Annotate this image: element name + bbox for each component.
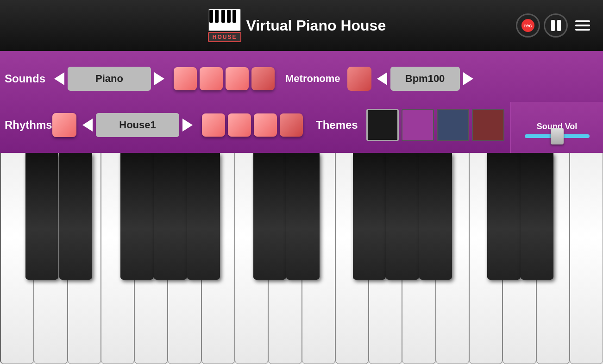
header-controls: rec bbox=[516, 13, 594, 38]
metronome-pad[interactable] bbox=[347, 67, 371, 91]
themes-label: Themes bbox=[316, 119, 358, 132]
sounds-row: Sounds Piano Metronome Bpm100 bbox=[0, 56, 603, 102]
metronome-label: Metronome bbox=[285, 73, 340, 85]
theme-swatch-purple[interactable] bbox=[402, 109, 434, 141]
rhythm-pad-2[interactable] bbox=[228, 113, 251, 137]
bpm-prev-button[interactable] bbox=[374, 70, 390, 87]
black-key-3[interactable] bbox=[120, 153, 154, 280]
svg-rect-4 bbox=[227, 10, 231, 23]
app-logo: HOUSE bbox=[208, 9, 242, 42]
sounds-prev-button[interactable] bbox=[51, 70, 68, 87]
left-arrow-icon bbox=[54, 72, 64, 85]
rhythms-right-arrow-icon bbox=[182, 119, 193, 132]
black-key-8[interactable] bbox=[353, 153, 386, 280]
bpm-selector: Bpm100 bbox=[390, 67, 460, 91]
theme-swatch-black[interactable] bbox=[366, 109, 399, 141]
sounds-label: Sounds bbox=[5, 72, 51, 85]
black-key-12[interactable] bbox=[521, 153, 554, 280]
black-key-9[interactable] bbox=[386, 153, 419, 280]
pause-bar-left bbox=[551, 20, 555, 31]
black-key-7[interactable] bbox=[286, 153, 320, 280]
piano-keyboard bbox=[0, 153, 603, 364]
sound-vol-thumb[interactable] bbox=[551, 128, 564, 144]
rhythms-pads bbox=[201, 113, 304, 137]
black-key-5[interactable] bbox=[187, 153, 220, 280]
piano-logo-icon bbox=[208, 9, 241, 31]
theme-swatch-darkred[interactable] bbox=[472, 109, 504, 141]
bpm-right-arrow-icon bbox=[463, 72, 473, 85]
record-button[interactable]: rec bbox=[516, 13, 540, 38]
black-key-1[interactable] bbox=[25, 153, 59, 280]
sounds-pad-4[interactable] bbox=[251, 67, 275, 90]
black-key-4[interactable] bbox=[154, 153, 187, 280]
rhythms-label: Rhythms bbox=[5, 119, 51, 132]
sounds-selector: Piano bbox=[68, 67, 151, 91]
menu-line-2 bbox=[575, 25, 590, 26]
rhythms-prev-button[interactable] bbox=[79, 117, 96, 133]
rhythms-left-arrow-icon bbox=[82, 119, 93, 132]
svg-rect-2 bbox=[215, 10, 219, 23]
sounds-pads bbox=[172, 67, 276, 90]
rhythms-selector: House1 bbox=[96, 113, 179, 137]
rhythm-active-pad[interactable] bbox=[52, 113, 76, 137]
header: HOUSE Virtual Piano House rec bbox=[0, 0, 603, 51]
svg-rect-1 bbox=[209, 10, 213, 23]
app-title: Virtual Piano House bbox=[246, 17, 386, 34]
controls-wrapper: Sounds Piano Metronome Bpm100 bbox=[0, 51, 603, 153]
bpm-left-arrow-icon bbox=[377, 72, 387, 85]
svg-rect-5 bbox=[232, 10, 236, 23]
house-badge: HOUSE bbox=[208, 32, 242, 42]
black-key-2[interactable] bbox=[59, 153, 93, 280]
sounds-pad-2[interactable] bbox=[200, 67, 223, 90]
rhythms-next-button[interactable] bbox=[179, 117, 196, 133]
rec-label: rec bbox=[521, 19, 534, 32]
black-key-10[interactable] bbox=[419, 153, 452, 280]
black-keys-container bbox=[0, 153, 603, 280]
sounds-pad-1[interactable] bbox=[174, 67, 197, 90]
bpm-next-button[interactable] bbox=[460, 70, 477, 87]
sounds-pad-3[interactable] bbox=[226, 67, 249, 90]
pause-button[interactable] bbox=[544, 13, 568, 38]
svg-rect-3 bbox=[221, 10, 225, 23]
sound-vol-track[interactable] bbox=[525, 134, 590, 138]
rhythm-pad-1[interactable] bbox=[202, 113, 225, 137]
pause-bar-right bbox=[557, 20, 561, 31]
white-key-18[interactable] bbox=[570, 153, 603, 364]
menu-line-1 bbox=[575, 20, 590, 22]
menu-line-3 bbox=[575, 29, 590, 31]
rhythm-pad-4[interactable] bbox=[280, 113, 303, 137]
black-key-11[interactable] bbox=[487, 153, 521, 280]
black-key-6[interactable] bbox=[253, 153, 287, 280]
theme-swatch-navy[interactable] bbox=[437, 109, 469, 141]
sounds-next-button[interactable] bbox=[151, 70, 168, 87]
sound-vol-group: Sound Vol bbox=[515, 122, 598, 138]
rhythm-pad-3[interactable] bbox=[254, 113, 277, 137]
white-keys-container bbox=[0, 153, 603, 364]
menu-button[interactable] bbox=[572, 17, 594, 34]
right-arrow-icon bbox=[154, 72, 164, 85]
